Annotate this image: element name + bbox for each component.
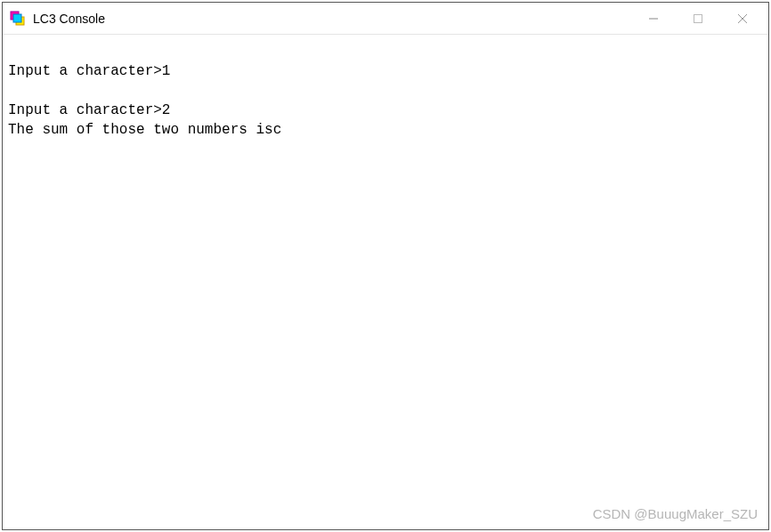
window-controls — [631, 3, 765, 34]
minimize-button[interactable] — [631, 3, 676, 35]
watermark: CSDN @BuuugMaker_SZU — [593, 504, 758, 524]
console-line: The sum of those two numbers isc — [8, 122, 281, 138]
console-output: Input a character>1 Input a character>2 … — [3, 35, 768, 529]
maximize-button[interactable] — [676, 3, 720, 35]
console-line: Input a character>2 — [8, 102, 170, 118]
console-line: Input a character>1 — [8, 63, 170, 79]
svg-rect-4 — [694, 14, 702, 22]
svg-rect-2 — [13, 14, 21, 22]
app-icon — [10, 11, 26, 27]
titlebar: LC3 Console — [3, 3, 768, 35]
window-title: LC3 Console — [33, 12, 631, 26]
close-button[interactable] — [720, 3, 765, 35]
app-window: LC3 Console Input a character>1 Input a … — [2, 2, 769, 530]
